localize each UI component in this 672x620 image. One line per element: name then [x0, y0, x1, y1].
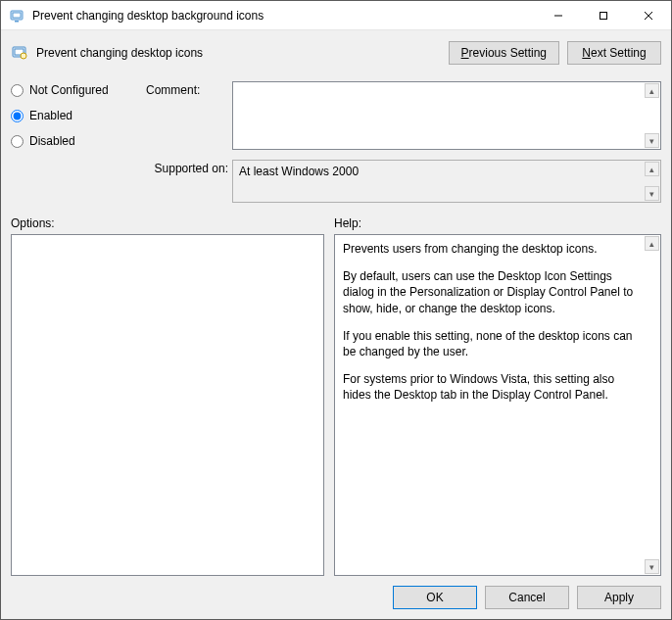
svg-rect-1 [13, 13, 21, 18]
help-paragraph: For systems prior to Windows Vista, this… [343, 371, 639, 403]
radio-not-configured[interactable]: Not Configured [11, 83, 136, 97]
minimize-button[interactable] [536, 1, 581, 30]
comment-scroll: ▴ ▾ [644, 82, 660, 149]
radio-enabled-input[interactable] [11, 110, 24, 122]
svg-rect-2 [15, 21, 19, 23]
help-paragraph: Prevents users from changing the desktop… [343, 241, 639, 257]
supported-scroll: ▴ ▾ [644, 161, 660, 202]
policy-app-icon [9, 8, 24, 24]
radio-enabled-label: Enabled [29, 109, 72, 122]
scroll-down-icon[interactable]: ▾ [645, 133, 659, 148]
client-area: Prevent changing desktop icons Previous … [1, 30, 671, 619]
cancel-button[interactable]: Cancel [485, 586, 569, 609]
state-radio-group: Not Configured Enabled Disabled [11, 81, 136, 203]
scroll-up-icon[interactable]: ▴ [645, 236, 659, 251]
help-content: Prevents users from changing the desktop… [343, 241, 639, 404]
close-button[interactable] [626, 1, 671, 30]
help-label: Help: [334, 216, 361, 230]
supported-on-box: At least Windows 2000 ▴ ▾ [232, 160, 661, 203]
panes: Prevents users from changing the desktop… [11, 234, 661, 576]
help-scroll: ▴ ▾ [644, 235, 660, 575]
radio-disabled-input[interactable] [11, 135, 24, 148]
options-label: Options: [11, 216, 324, 230]
radio-not-configured-label: Not Configured [29, 83, 109, 97]
radio-disabled-label: Disabled [29, 134, 75, 148]
header-row: Prevent changing desktop icons Previous … [11, 38, 661, 68]
radio-disabled[interactable]: Disabled [11, 134, 136, 148]
supported-on-value: At least Windows 2000 [239, 165, 359, 178]
supported-label: Supported on: [146, 160, 232, 175]
svg-point-9 [21, 53, 26, 59]
radio-not-configured-input[interactable] [11, 84, 24, 97]
scroll-down-icon[interactable]: ▾ [645, 559, 659, 574]
comment-textarea[interactable]: ▴ ▾ [232, 81, 661, 150]
upper-section: Not Configured Enabled Disabled Comment:… [11, 81, 661, 203]
pane-labels: Options: Help: [11, 216, 661, 230]
ok-button[interactable]: OK [393, 586, 477, 609]
help-paragraph: By default, users can use the Desktop Ic… [343, 268, 639, 316]
svg-rect-4 [600, 12, 607, 19]
titlebar: Prevent changing desktop background icon… [1, 1, 671, 30]
previous-setting-button[interactable]: Previous Setting [449, 41, 559, 65]
comment-label: Comment: [146, 81, 232, 97]
next-setting-button[interactable]: Next Setting [567, 41, 661, 65]
policy-title: Prevent changing desktop icons [36, 46, 441, 60]
help-pane: Prevents users from changing the desktop… [334, 234, 661, 576]
dialog-button-row: OK Cancel Apply [11, 586, 661, 609]
window-title: Prevent changing desktop background icon… [32, 9, 264, 23]
dialog-window: Prevent changing desktop background icon… [0, 0, 672, 620]
options-pane [11, 234, 324, 576]
radio-enabled[interactable]: Enabled [11, 109, 136, 122]
fields-grid: Comment: ▴ ▾ Supported on: At least Wind… [146, 81, 661, 203]
scroll-down-icon[interactable]: ▾ [645, 186, 659, 201]
policy-icon [11, 44, 28, 62]
apply-button[interactable]: Apply [577, 586, 661, 609]
scroll-up-icon[interactable]: ▴ [645, 83, 659, 98]
maximize-button[interactable] [581, 1, 626, 30]
help-paragraph: If you enable this setting, none of the … [343, 328, 639, 359]
scroll-up-icon[interactable]: ▴ [645, 162, 659, 176]
